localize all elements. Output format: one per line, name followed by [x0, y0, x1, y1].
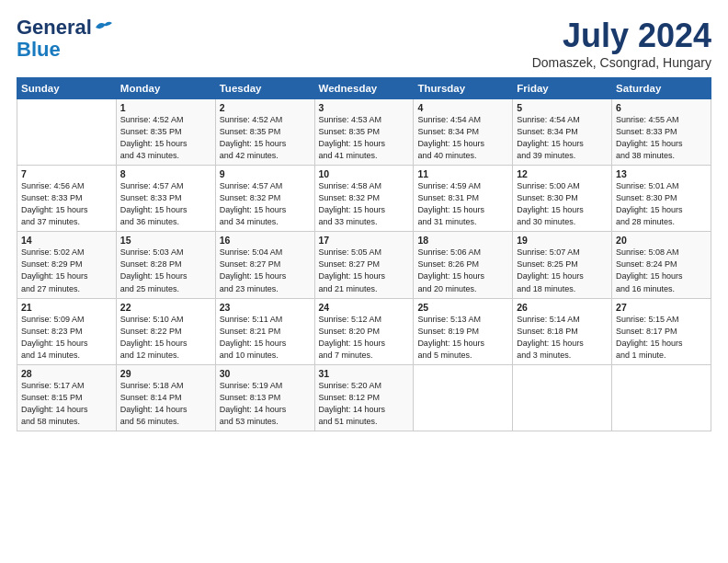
- day-cell: 8Sunrise: 4:57 AMSunset: 8:33 PMDaylight…: [116, 166, 215, 232]
- day-cell: 17Sunrise: 5:05 AMSunset: 8:27 PMDayligh…: [314, 232, 414, 298]
- day-cell: 31Sunrise: 5:20 AMSunset: 8:12 PMDayligh…: [314, 364, 414, 431]
- col-header-saturday: Saturday: [612, 78, 711, 99]
- day-info: Sunrise: 4:52 AMSunset: 8:35 PMDaylight:…: [220, 114, 311, 162]
- day-info: Sunrise: 4:55 AMSunset: 8:33 PMDaylight:…: [616, 114, 707, 162]
- day-number: 6: [616, 102, 707, 113]
- day-cell: 5Sunrise: 4:54 AMSunset: 8:34 PMDaylight…: [513, 99, 612, 166]
- day-cell: 30Sunrise: 5:19 AMSunset: 8:13 PMDayligh…: [215, 364, 314, 431]
- day-cell: 10Sunrise: 4:58 AMSunset: 8:32 PMDayligh…: [314, 166, 414, 232]
- day-cell: 29Sunrise: 5:18 AMSunset: 8:14 PMDayligh…: [116, 364, 215, 431]
- calendar-table: SundayMondayTuesdayWednesdayThursdayFrid…: [17, 77, 711, 431]
- day-cell: 27Sunrise: 5:15 AMSunset: 8:17 PMDayligh…: [612, 298, 711, 364]
- day-cell: 9Sunrise: 4:57 AMSunset: 8:32 PMDaylight…: [215, 166, 314, 232]
- day-info: Sunrise: 5:20 AMSunset: 8:12 PMDaylight:…: [319, 380, 410, 428]
- day-number: 14: [21, 235, 112, 246]
- day-number: 26: [517, 302, 608, 313]
- col-header-thursday: Thursday: [414, 78, 513, 99]
- day-number: 22: [120, 302, 211, 313]
- day-info: Sunrise: 5:09 AMSunset: 8:23 PMDaylight:…: [21, 314, 112, 362]
- day-cell: 4Sunrise: 4:54 AMSunset: 8:34 PMDaylight…: [414, 99, 513, 166]
- day-cell: 18Sunrise: 5:06 AMSunset: 8:26 PMDayligh…: [414, 232, 513, 298]
- day-info: Sunrise: 5:12 AMSunset: 8:20 PMDaylight:…: [319, 314, 410, 362]
- day-info: Sunrise: 4:52 AMSunset: 8:35 PMDaylight:…: [120, 114, 211, 162]
- day-cell: 11Sunrise: 4:59 AMSunset: 8:31 PMDayligh…: [414, 166, 513, 232]
- col-header-friday: Friday: [513, 78, 612, 99]
- day-info: Sunrise: 5:13 AMSunset: 8:19 PMDaylight:…: [417, 314, 508, 362]
- day-number: 13: [616, 168, 707, 179]
- day-info: Sunrise: 5:07 AMSunset: 8:25 PMDaylight:…: [517, 247, 608, 294]
- day-cell: 13Sunrise: 5:01 AMSunset: 8:30 PMDayligh…: [612, 166, 711, 232]
- day-cell: 19Sunrise: 5:07 AMSunset: 8:25 PMDayligh…: [513, 232, 612, 298]
- month-title: July 2024: [532, 17, 711, 55]
- week-row-4: 21Sunrise: 5:09 AMSunset: 8:23 PMDayligh…: [17, 298, 711, 364]
- week-row-3: 14Sunrise: 5:02 AMSunset: 8:29 PMDayligh…: [17, 232, 711, 298]
- day-cell: 1Sunrise: 4:52 AMSunset: 8:35 PMDaylight…: [116, 99, 215, 166]
- week-row-5: 28Sunrise: 5:17 AMSunset: 8:15 PMDayligh…: [17, 364, 711, 431]
- week-row-1: 1Sunrise: 4:52 AMSunset: 8:35 PMDaylight…: [17, 99, 711, 166]
- day-cell: 12Sunrise: 5:00 AMSunset: 8:30 PMDayligh…: [513, 166, 612, 232]
- day-number: 23: [220, 302, 311, 313]
- day-info: Sunrise: 5:00 AMSunset: 8:30 PMDaylight:…: [517, 180, 608, 228]
- day-number: 18: [417, 235, 508, 246]
- day-number: 10: [319, 168, 410, 179]
- day-cell: 6Sunrise: 4:55 AMSunset: 8:33 PMDaylight…: [612, 99, 711, 166]
- day-number: 15: [120, 235, 211, 246]
- col-header-sunday: Sunday: [17, 78, 117, 99]
- header: General Blue July 2024 Domaszek, Csongra…: [17, 17, 711, 70]
- day-info: Sunrise: 4:57 AMSunset: 8:33 PMDaylight:…: [120, 180, 211, 228]
- day-info: Sunrise: 5:04 AMSunset: 8:27 PMDaylight:…: [220, 247, 311, 294]
- day-cell: 20Sunrise: 5:08 AMSunset: 8:24 PMDayligh…: [612, 232, 711, 298]
- day-cell: 26Sunrise: 5:14 AMSunset: 8:18 PMDayligh…: [513, 298, 612, 364]
- day-number: 17: [319, 235, 410, 246]
- col-header-wednesday: Wednesday: [314, 78, 414, 99]
- day-info: Sunrise: 5:08 AMSunset: 8:24 PMDaylight:…: [616, 247, 707, 294]
- logo-general: General: [17, 17, 92, 39]
- header-row: SundayMondayTuesdayWednesdayThursdayFrid…: [17, 78, 711, 99]
- day-info: Sunrise: 4:59 AMSunset: 8:31 PMDaylight:…: [417, 180, 508, 228]
- day-number: 19: [517, 235, 608, 246]
- day-info: Sunrise: 4:53 AMSunset: 8:35 PMDaylight:…: [319, 114, 410, 162]
- col-header-monday: Monday: [116, 78, 215, 99]
- title-block: July 2024 Domaszek, Csongrad, Hungary: [532, 17, 711, 70]
- day-info: Sunrise: 4:58 AMSunset: 8:32 PMDaylight:…: [319, 180, 410, 228]
- day-cell: 23Sunrise: 5:11 AMSunset: 8:21 PMDayligh…: [215, 298, 314, 364]
- day-info: Sunrise: 4:57 AMSunset: 8:32 PMDaylight:…: [220, 180, 311, 228]
- day-number: 24: [319, 302, 410, 313]
- day-number: 27: [616, 302, 707, 313]
- day-info: Sunrise: 5:18 AMSunset: 8:14 PMDaylight:…: [120, 380, 211, 428]
- day-info: Sunrise: 4:56 AMSunset: 8:33 PMDaylight:…: [21, 180, 112, 228]
- day-info: Sunrise: 5:01 AMSunset: 8:30 PMDaylight:…: [616, 180, 707, 228]
- day-cell: 3Sunrise: 4:53 AMSunset: 8:35 PMDaylight…: [314, 99, 414, 166]
- day-number: 8: [120, 168, 211, 179]
- day-number: 5: [517, 102, 608, 113]
- day-info: Sunrise: 4:54 AMSunset: 8:34 PMDaylight:…: [517, 114, 608, 162]
- day-number: 20: [616, 235, 707, 246]
- day-info: Sunrise: 5:17 AMSunset: 8:15 PMDaylight:…: [21, 380, 112, 428]
- day-cell: 22Sunrise: 5:10 AMSunset: 8:22 PMDayligh…: [116, 298, 215, 364]
- day-info: Sunrise: 5:11 AMSunset: 8:21 PMDaylight:…: [220, 314, 311, 362]
- logo-blue: Blue: [17, 39, 61, 61]
- day-cell: 7Sunrise: 4:56 AMSunset: 8:33 PMDaylight…: [17, 166, 117, 232]
- day-number: 30: [220, 368, 311, 379]
- day-number: 9: [220, 168, 311, 179]
- day-number: 29: [120, 368, 211, 379]
- day-cell: 21Sunrise: 5:09 AMSunset: 8:23 PMDayligh…: [17, 298, 117, 364]
- day-number: 28: [21, 368, 112, 379]
- day-cell: 14Sunrise: 5:02 AMSunset: 8:29 PMDayligh…: [17, 232, 117, 298]
- day-info: Sunrise: 5:14 AMSunset: 8:18 PMDaylight:…: [517, 314, 608, 362]
- day-info: Sunrise: 4:54 AMSunset: 8:34 PMDaylight:…: [417, 114, 508, 162]
- logo: General Blue: [17, 17, 114, 61]
- calendar-page: General Blue July 2024 Domaszek, Csongra…: [0, 0, 728, 441]
- day-number: 25: [417, 302, 508, 313]
- day-info: Sunrise: 5:05 AMSunset: 8:27 PMDaylight:…: [319, 247, 410, 294]
- day-number: 12: [517, 168, 608, 179]
- day-cell: 24Sunrise: 5:12 AMSunset: 8:20 PMDayligh…: [314, 298, 414, 364]
- day-info: Sunrise: 5:10 AMSunset: 8:22 PMDaylight:…: [120, 314, 211, 362]
- day-number: 4: [417, 102, 508, 113]
- day-number: 1: [120, 102, 211, 113]
- day-cell: [414, 364, 513, 431]
- day-cell: 28Sunrise: 5:17 AMSunset: 8:15 PMDayligh…: [17, 364, 117, 431]
- day-cell: [513, 364, 612, 431]
- day-cell: 15Sunrise: 5:03 AMSunset: 8:28 PMDayligh…: [116, 232, 215, 298]
- day-number: 2: [220, 102, 311, 113]
